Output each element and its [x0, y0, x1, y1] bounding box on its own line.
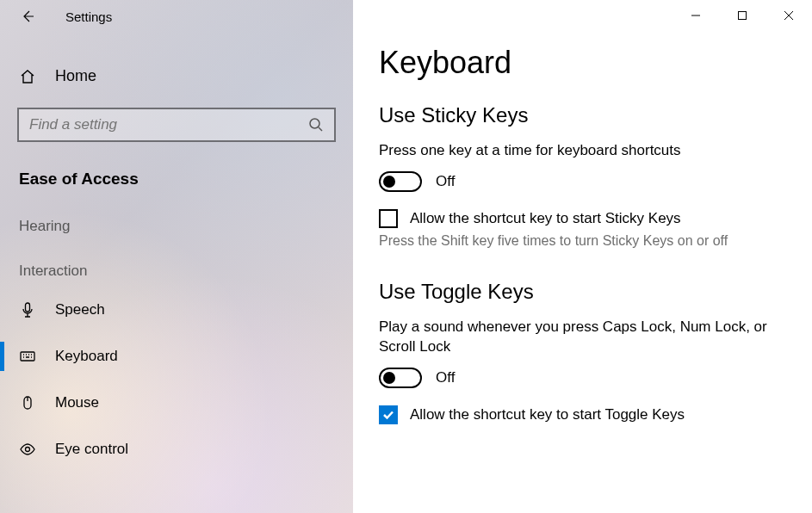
sticky-keys-toggle-state: Off	[436, 173, 455, 190]
keyboard-icon	[19, 348, 36, 365]
sidebar-item-keyboard[interactable]: Keyboard	[0, 333, 353, 380]
window-controls	[673, 0, 812, 31]
toggle-keys-toggle[interactable]	[379, 368, 422, 388]
toggle-keys-heading: Use Toggle Keys	[379, 280, 786, 304]
svg-rect-1	[26, 303, 30, 312]
sidebar-group-interaction: Interaction	[0, 242, 353, 287]
toggle-knob	[383, 176, 395, 188]
sidebar-item-speech[interactable]: Speech	[0, 287, 353, 333]
sidebar: Settings Home Ease of Access Hearing Int…	[0, 0, 353, 513]
toggle-knob	[383, 372, 395, 384]
sticky-shortcut-checkbox[interactable]	[379, 209, 398, 228]
mouse-icon	[19, 394, 36, 411]
sticky-shortcut-hint: Press the Shift key five times to turn S…	[379, 233, 786, 249]
sticky-keys-heading: Use Sticky Keys	[379, 103, 786, 127]
maximize-icon	[737, 10, 747, 21]
eye-icon	[19, 441, 36, 458]
maximize-button[interactable]	[719, 0, 766, 31]
home-icon	[19, 68, 36, 85]
sidebar-category: Ease of Access	[0, 158, 353, 197]
minimize-button[interactable]	[673, 0, 719, 31]
sidebar-item-label: Keyboard	[55, 348, 118, 365]
sticky-shortcut-row: Allow the shortcut key to start Sticky K…	[379, 209, 786, 228]
svg-rect-2	[21, 352, 34, 361]
sticky-keys-toggle[interactable]	[379, 171, 422, 192]
toggle-shortcut-row: Allow the shortcut key to start Toggle K…	[379, 405, 786, 424]
sidebar-item-eye-control[interactable]: Eye control	[0, 426, 353, 473]
sidebar-group-hearing: Hearing	[0, 197, 353, 242]
svg-point-4	[26, 448, 30, 452]
back-button[interactable]	[12, 1, 43, 32]
microphone-icon	[19, 301, 36, 318]
sidebar-item-label: Speech	[55, 301, 105, 318]
home-nav[interactable]: Home	[0, 50, 353, 102]
toggle-keys-desc: Play a sound whenever you press Caps Loc…	[379, 318, 786, 357]
search-wrap	[17, 108, 336, 142]
toggle-shortcut-label: Allow the shortcut key to start Toggle K…	[410, 406, 685, 423]
svg-rect-5	[739, 12, 747, 20]
sidebar-item-label: Eye control	[55, 441, 128, 458]
svg-point-0	[310, 119, 319, 128]
close-icon	[784, 10, 794, 21]
search-icon	[308, 117, 324, 133]
main-panel: Keyboard Use Sticky Keys Press one key a…	[353, 0, 812, 513]
search-box[interactable]	[17, 108, 336, 142]
titlebar-left: Settings	[0, 0, 353, 33]
search-input[interactable]	[29, 116, 308, 133]
sidebar-item-mouse[interactable]: Mouse	[0, 380, 353, 426]
close-button[interactable]	[766, 0, 812, 31]
home-label: Home	[55, 67, 96, 85]
toggle-keys-toggle-row: Off	[379, 368, 786, 388]
toggle-shortcut-checkbox[interactable]	[379, 405, 398, 424]
app-title: Settings	[65, 9, 112, 24]
sticky-keys-toggle-row: Off	[379, 171, 786, 192]
sticky-shortcut-label: Allow the shortcut key to start Sticky K…	[410, 210, 681, 227]
settings-window: Settings Home Ease of Access Hearing Int…	[0, 0, 812, 513]
arrow-left-icon	[21, 9, 34, 23]
minimize-icon	[691, 10, 701, 21]
check-icon	[382, 409, 394, 421]
sticky-keys-desc: Press one key at a time for keyboard sho…	[379, 141, 786, 161]
toggle-keys-toggle-state: Off	[436, 369, 455, 386]
page-title: Keyboard	[379, 45, 786, 81]
sidebar-item-label: Mouse	[55, 394, 99, 411]
